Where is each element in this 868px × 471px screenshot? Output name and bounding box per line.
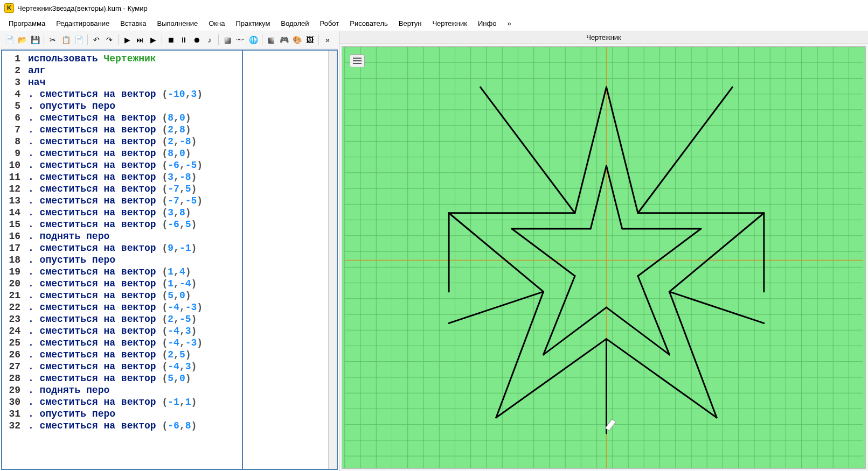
- code-line[interactable]: . сместиться на вектор (8,0): [28, 112, 239, 124]
- code-line[interactable]: алг: [28, 65, 239, 76]
- line-number: 6: [4, 112, 20, 124]
- step-icon[interactable]: ⏭: [134, 34, 146, 46]
- margin-column: [242, 51, 328, 469]
- code-line[interactable]: . сместиться на вектор (2,5): [28, 349, 239, 361]
- vertical-scrollbar[interactable]: [328, 51, 337, 469]
- canvas-menu-button[interactable]: [350, 54, 365, 67]
- menu-Инфо[interactable]: Инфо: [474, 17, 501, 30]
- code-line[interactable]: . сместиться на вектор (-7,5): [28, 183, 239, 195]
- toolbar-separator: [218, 34, 219, 45]
- code-area[interactable]: использовать Чертежникалгнач. сместиться…: [25, 51, 242, 469]
- menu-Робот[interactable]: Робот: [316, 17, 344, 30]
- line-gutter: 1234567891011121314151617181920212223242…: [2, 51, 25, 469]
- left-pane: 📄📂💾✂📋📄↶↷▶⏭▶⏹⏸⏺♪▦〰🌐▦🎮🎨🖼» 1234567891011121…: [0, 31, 339, 471]
- line-number: 25: [4, 337, 20, 349]
- grid-icon[interactable]: ▦: [221, 34, 233, 46]
- code-line[interactable]: . сместиться на вектор (5,0): [28, 372, 239, 384]
- code-line[interactable]: . сместиться на вектор (3,-8): [28, 171, 239, 183]
- record-icon[interactable]: ⏺: [191, 34, 203, 46]
- code-line[interactable]: . сместиться на вектор (9,-1): [28, 242, 239, 254]
- new-file-icon[interactable]: 📄: [3, 34, 15, 46]
- code-line[interactable]: . опустить перо: [28, 100, 239, 112]
- code-line[interactable]: . сместиться на вектор (-6,5): [28, 219, 239, 230]
- code-line[interactable]: . сместиться на вектор (-10,3): [28, 88, 239, 100]
- palette-icon[interactable]: 🎨: [291, 34, 303, 46]
- menu-Программа[interactable]: Программа: [4, 17, 50, 30]
- code-line[interactable]: . сместиться на вектор (-1,1): [28, 396, 239, 408]
- code-line[interactable]: . сместиться на вектор (-4,3): [28, 325, 239, 337]
- code-line[interactable]: . сместиться на вектор (-4,3): [28, 361, 239, 372]
- copy-icon[interactable]: 📋: [60, 34, 72, 46]
- open-file-icon[interactable]: 📂: [16, 34, 28, 46]
- svg-line-72: [591, 166, 606, 229]
- line-number: 4: [4, 88, 20, 100]
- menu-»[interactable]: »: [503, 17, 515, 30]
- menu-Вертун[interactable]: Вертун: [394, 17, 426, 30]
- chevron-icon[interactable]: »: [322, 34, 334, 46]
- gamepad-icon[interactable]: 🎮: [278, 34, 290, 46]
- line-number: 11: [4, 171, 20, 183]
- line-number: 5: [4, 100, 20, 112]
- menu-Практикум[interactable]: Практикум: [231, 17, 274, 30]
- pause-icon[interactable]: ⏸: [178, 34, 190, 46]
- code-line[interactable]: использовать Чертежник: [28, 53, 239, 65]
- stop-icon[interactable]: ⏹: [165, 34, 177, 46]
- redo-icon[interactable]: ↷: [103, 34, 115, 46]
- line-number: 32: [4, 420, 20, 432]
- drawing-canvas: [342, 47, 865, 468]
- code-line[interactable]: нач: [28, 76, 239, 88]
- code-line[interactable]: . опустить перо: [28, 408, 239, 420]
- code-line[interactable]: . сместиться на вектор (-7,-5): [28, 195, 239, 207]
- code-line[interactable]: . опустить перо: [28, 254, 239, 266]
- line-number: 16: [4, 230, 20, 242]
- undo-icon[interactable]: ↶: [91, 34, 102, 46]
- save-file-icon[interactable]: 💾: [29, 34, 41, 46]
- code-line[interactable]: . поднять перо: [28, 384, 239, 396]
- toolbar-separator: [44, 34, 44, 45]
- paste-icon[interactable]: 📄: [73, 34, 85, 46]
- play-icon[interactable]: ▶: [147, 34, 159, 46]
- line-number: 15: [4, 219, 20, 230]
- run-icon[interactable]: ▶: [121, 34, 133, 46]
- line-number: 3: [4, 76, 20, 88]
- code-line[interactable]: . сместиться на вектор (-4,-3): [28, 301, 239, 313]
- canvas-title: Чертежник: [339, 31, 868, 44]
- menu-Выполнение[interactable]: Выполнение: [152, 17, 202, 30]
- code-line[interactable]: . сместиться на вектор (1,-4): [28, 278, 239, 290]
- code-line[interactable]: . сместиться на вектор (-6,8): [28, 420, 239, 432]
- menu-Чертежник[interactable]: Чертежник: [428, 17, 471, 30]
- code-line[interactable]: . сместиться на вектор (3,8): [28, 207, 239, 219]
- code-line[interactable]: . сместиться на вектор (2,8): [28, 124, 239, 136]
- menu-Окна[interactable]: Окна: [204, 17, 229, 30]
- water-icon[interactable]: 〰: [234, 34, 246, 46]
- svg-line-70: [496, 292, 544, 418]
- line-number: 14: [4, 207, 20, 219]
- globe-icon[interactable]: 🌐: [247, 34, 259, 46]
- code-line[interactable]: . сместиться на вектор (1,4): [28, 266, 239, 278]
- cut-icon[interactable]: ✂: [47, 34, 59, 46]
- code-line[interactable]: . сместиться на вектор (-6,-5): [28, 159, 239, 171]
- right-pane: Чертежник: [339, 31, 868, 471]
- menu-Водолей[interactable]: Водолей: [276, 17, 313, 30]
- tiles-icon[interactable]: ▦: [265, 34, 277, 46]
- code-line[interactable]: . сместиться на вектор (5,0): [28, 290, 239, 301]
- menu-Редактирование[interactable]: Редактирование: [52, 17, 114, 30]
- image-icon[interactable]: 🖼: [304, 34, 316, 46]
- line-number: 18: [4, 254, 20, 266]
- code-line[interactable]: . сместиться на вектор (8,0): [28, 147, 239, 159]
- code-line[interactable]: . сместиться на вектор (2,-8): [28, 136, 239, 147]
- line-number: 9: [4, 147, 20, 159]
- menu-Рисователь[interactable]: Рисователь: [345, 17, 392, 30]
- menu-Вставка[interactable]: Вставка: [116, 17, 150, 30]
- code-line[interactable]: . поднять перо: [28, 230, 239, 242]
- note-icon[interactable]: ♪: [204, 34, 216, 46]
- svg-line-71: [449, 213, 543, 292]
- title-bar: K ЧертежникЗвезда(векторы).kum - Кумир: [0, 0, 868, 16]
- code-line[interactable]: . сместиться на вектор (2,-5): [28, 313, 239, 325]
- toolbar: 📄📂💾✂📋📄↶↷▶⏭▶⏹⏸⏺♪▦〰🌐▦🎮🎨🖼»: [0, 31, 339, 48]
- canvas-area[interactable]: [342, 46, 866, 469]
- code-line[interactable]: . сместиться на вектор (-4,-3): [28, 337, 239, 349]
- editor[interactable]: 1234567891011121314151617181920212223242…: [1, 50, 338, 470]
- toolbar-separator: [87, 34, 88, 45]
- svg-line-69: [496, 339, 607, 418]
